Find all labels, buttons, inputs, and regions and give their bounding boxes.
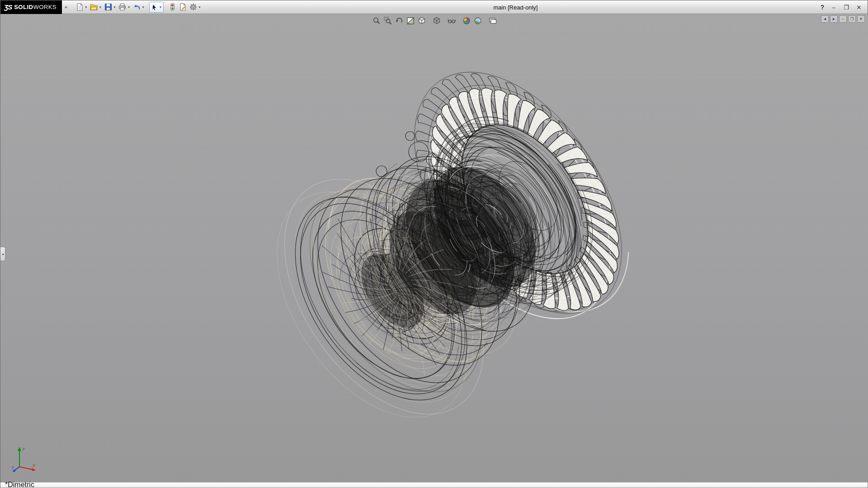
maximize-button[interactable]: ❐ (840, 2, 852, 12)
zoom-to-fit-button[interactable] (371, 15, 382, 26)
rebuild-traffic-light-icon (169, 3, 176, 11)
doc-minimize-button[interactable]: – (839, 15, 847, 23)
display-style-button[interactable] (431, 15, 442, 26)
new-document-button[interactable] (75, 2, 85, 12)
print-icon (118, 3, 126, 11)
select-dropdown-arrow[interactable]: ▾ (160, 5, 161, 9)
undo-icon (133, 3, 141, 11)
edit-appearance-button[interactable] (461, 15, 472, 26)
featuremanager-flyout-tab[interactable]: ◂ (0, 247, 5, 261)
apply-scene-button[interactable] (472, 15, 483, 26)
save-button[interactable] (103, 2, 113, 12)
edit-appearance-ball-icon (462, 17, 471, 25)
help-button[interactable]: ? (818, 2, 827, 12)
previous-view-icon (395, 17, 403, 25)
zoom-to-fit-icon (373, 17, 381, 25)
file-properties-icon (179, 3, 187, 11)
file-properties-button[interactable] (178, 2, 188, 12)
triad-x-label: X (33, 463, 35, 468)
options-button[interactable] (188, 2, 198, 12)
doc-restore-button[interactable]: ❐ (848, 15, 856, 23)
options-gear-icon (189, 3, 197, 11)
view-orientation-label: *Dimetric (5, 481, 34, 488)
solidworks-logo: ƷS SOLIDWORKS (0, 0, 62, 14)
document-window-controls: ◄ ► – ❐ ✕ (821, 15, 865, 23)
section-view-icon (406, 17, 415, 25)
graphics-viewport[interactable]: ◄ ► – ❐ ✕ ◂ Y X Z *Dimetric (0, 14, 868, 488)
solidworks-logo-light: WORKS (33, 4, 57, 10)
previous-view-button[interactable] (393, 15, 405, 26)
main-toolbar: ▾ ▾ ▾ ▾ ▾ ▾ (75, 2, 203, 13)
save-floppy-icon (104, 3, 112, 11)
zoom-to-area-icon (384, 17, 392, 25)
hide-show-items-button[interactable] (446, 15, 457, 26)
new-dropdown-arrow[interactable]: ▾ (85, 5, 87, 9)
print-button[interactable] (117, 2, 127, 12)
save-dropdown-arrow[interactable]: ▾ (114, 5, 116, 9)
triad-z-label: Z (12, 465, 14, 469)
solidworks-logo-bold: SOLID (14, 4, 33, 10)
solidworks-logo-glyph: ƷS (4, 3, 12, 11)
options-dropdown-arrow[interactable]: ▾ (199, 5, 201, 9)
menu-expand-arrow[interactable]: » (62, 5, 70, 9)
select-cursor-icon (151, 4, 158, 11)
undo-button[interactable] (132, 2, 142, 12)
minimize-button[interactable]: – (828, 2, 840, 12)
rebuild-button[interactable] (167, 2, 178, 12)
window-title: main [Read-only] (493, 0, 538, 14)
select-tool-button[interactable]: ▾ (149, 2, 164, 13)
status-bar (0, 482, 868, 488)
close-button[interactable]: ✕ (853, 2, 865, 12)
open-dropdown-arrow[interactable]: ▾ (99, 5, 101, 9)
window-controls: ? – ❐ ✕ (818, 0, 865, 14)
doc-back-button[interactable]: ◄ (821, 15, 829, 23)
view-settings-icon (489, 17, 497, 25)
view-orientation-button[interactable] (416, 15, 427, 26)
doc-forward-button[interactable]: ► (830, 15, 838, 23)
triad-y-label: Y (22, 447, 25, 451)
display-style-icon (433, 17, 441, 25)
apply-scene-icon (474, 17, 482, 25)
new-document-icon (76, 3, 84, 11)
model-wireframe-canvas[interactable] (0, 14, 868, 488)
section-view-button[interactable] (405, 15, 416, 26)
zoom-to-area-button[interactable] (382, 15, 393, 26)
print-dropdown-arrow[interactable]: ▾ (128, 5, 130, 9)
solidworks-window: ƷS SOLIDWORKS » ▾ ▾ ▾ ▾ ▾ (0, 0, 868, 488)
orientation-triad: Y X Z (11, 445, 40, 473)
view-orientation-cube-icon (418, 17, 426, 25)
undo-dropdown-arrow[interactable]: ▾ (142, 5, 144, 9)
view-settings-button[interactable] (487, 15, 498, 26)
open-button[interactable] (89, 2, 99, 12)
heads-up-toolbar (371, 15, 498, 26)
open-folder-icon (90, 3, 98, 11)
hide-show-glasses-icon (448, 17, 456, 25)
title-bar: ƷS SOLIDWORKS » ▾ ▾ ▾ ▾ ▾ (0, 0, 868, 14)
doc-close-button[interactable]: ✕ (857, 15, 865, 23)
